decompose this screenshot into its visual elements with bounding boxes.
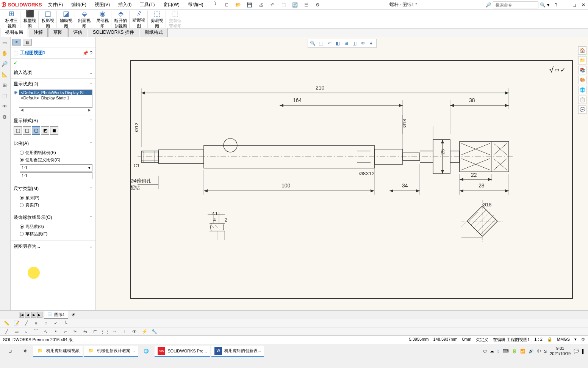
style-hidden-visible-icon[interactable]: ◫	[23, 126, 31, 135]
tab-addins[interactable]: SOLIDWORKS 插件	[88, 28, 139, 37]
section-display-style-header[interactable]: 显示样式(S) ⌃	[14, 117, 92, 125]
sketch-move-icon[interactable]: ↔	[111, 328, 118, 335]
tab-annotation[interactable]: 注解	[29, 28, 48, 37]
task-folder-1[interactable]: 📁机用虎钳建模视频	[33, 346, 83, 357]
sketch-display-icon[interactable]: 👁	[131, 328, 138, 335]
library-icon[interactable]: 📚	[578, 66, 586, 74]
ribbon-detail-view[interactable]: ◉局部视 图	[94, 11, 111, 28]
menu-view[interactable]: 视图(V)	[93, 1, 111, 9]
search-input[interactable]	[493, 2, 538, 8]
edit-scene-icon[interactable]: ●	[368, 40, 375, 47]
status-customize-icon[interactable]: ⚙	[581, 337, 585, 343]
style-wireframe-icon[interactable]: ⬚	[14, 126, 22, 135]
zoom-fit-icon[interactable]: 🔍	[310, 40, 316, 47]
select-icon[interactable]: ⬚	[281, 2, 287, 8]
menu-insert[interactable]: 插入(I)	[117, 1, 133, 9]
zoom-area-icon[interactable]: ⬚	[318, 40, 325, 47]
search-magnify-icon[interactable]: 🔍	[540, 2, 546, 8]
sketch-rect-icon[interactable]: ▭	[13, 328, 20, 335]
previous-view-icon[interactable]: ↶	[326, 40, 333, 47]
ribbon-model-view[interactable]: ⬛模型视 图	[21, 11, 39, 28]
sketch-fillet-icon[interactable]: ⌐	[62, 328, 69, 335]
note-icon[interactable]: 📝	[13, 320, 20, 327]
section-thread-header[interactable]: 装饰螺纹线显示(O) ⌃	[14, 214, 92, 222]
style-shaded-icon[interactable]: ◼	[50, 126, 58, 135]
ribbon-break-view[interactable]: ⫽断裂视 图	[130, 11, 148, 28]
ribbon-alt-position[interactable]: ⬚交替位 置视图	[167, 11, 184, 28]
sketch-trim-icon[interactable]: ✂	[72, 328, 79, 335]
radio-sheet-scale[interactable]: 使用图纸比例(E)	[14, 149, 92, 156]
list-item[interactable]: <Default>_PhotoWorks Display St	[19, 90, 92, 95]
tool-measure-icon[interactable]: 📐	[1, 71, 8, 78]
sketch-point-icon[interactable]: •	[52, 328, 59, 335]
prop-tab-property[interactable]: ▤	[23, 39, 32, 46]
tray-input-icon[interactable]: S	[544, 349, 547, 354]
hide-show-icon[interactable]: 👁	[360, 40, 366, 47]
tab-sheet-format[interactable]: 图纸格式	[140, 28, 168, 37]
sketch-circle-icon[interactable]: ○	[23, 328, 30, 335]
sheet-prev-icon[interactable]: ◀	[25, 312, 30, 318]
ribbon-projected-view[interactable]: ◫投影视 图	[39, 11, 57, 28]
radio-custom-scale[interactable]: 使用自定义比例(C)	[14, 156, 92, 164]
tray-volume-icon[interactable]: 🔊	[529, 349, 534, 354]
view-orient-icon[interactable]: ⊞	[343, 40, 350, 47]
maximize-icon[interactable]: ◻	[571, 2, 577, 8]
tray-battery-icon[interactable]: 🔋	[512, 349, 517, 354]
ribbon-broken-section[interactable]: ⬘断开的 剖视图	[112, 11, 130, 28]
options-icon[interactable]: ☰	[303, 2, 310, 8]
radio-true[interactable]: 真实(T)	[14, 201, 92, 209]
tool-zoom-icon[interactable]: 🔎	[1, 60, 8, 68]
sheet-tab[interactable]: 📄 图纸1	[44, 311, 68, 319]
tab-view-layout[interactable]: 视图布局	[0, 28, 28, 37]
tray-ime-icon[interactable]: 中	[537, 348, 541, 354]
sketch-repair-icon[interactable]: 🔧	[151, 328, 158, 335]
datum-icon[interactable]: └	[62, 320, 69, 327]
custom-props-icon[interactable]: 📋	[578, 96, 586, 104]
tab-sketch[interactable]: 草图	[48, 28, 67, 37]
pin-icon[interactable]: ⤵	[214, 1, 216, 9]
drawing-canvas[interactable]: 🔍 ⬚ ↶ ◧ ⊞ ◫ 👁 ● 🏠 📁 📚 🎨 🌐 📋 💬 √✓	[96, 37, 588, 310]
minimize-icon[interactable]: —	[562, 2, 568, 8]
open-icon[interactable]: 📂	[235, 2, 241, 8]
sketch-pattern-icon[interactable]: ⋮⋮	[102, 328, 108, 335]
sketch-relation-icon[interactable]: ⊥	[121, 328, 128, 335]
pushpin-icon[interactable]: 📌	[83, 50, 88, 56]
tray-wifi-icon[interactable]: 📶	[520, 349, 525, 354]
rebuild-icon[interactable]: 🔄	[292, 2, 298, 8]
lock-icon[interactable]: 🔒	[547, 337, 552, 343]
section-dim-type-header[interactable]: 尺寸类型(M) ⌃	[14, 185, 92, 193]
section-input-header[interactable]: 输入选项 ⌄	[14, 69, 92, 77]
tray-bluetooth-icon[interactable]: ᛒ	[497, 349, 500, 354]
task-chrome[interactable]: 🌐	[139, 346, 153, 357]
tool-filter-icon[interactable]: ⚙	[1, 113, 8, 121]
close-icon[interactable]: ✕	[580, 2, 586, 8]
task-solidworks[interactable]: SWSOLIDWORKS Pre...	[155, 346, 210, 357]
sketch-offset-icon[interactable]: ⊏	[92, 328, 99, 335]
ribbon-crop-view[interactable]: ⬚剪裁视 图	[149, 11, 166, 28]
list-scrollbar[interactable]: ◀▶	[19, 108, 92, 112]
sketch-mirror-icon[interactable]: ⇋	[82, 328, 89, 335]
tray-notification-icon[interactable]: 💬	[574, 349, 579, 354]
display-state-list[interactable]: <Default>_PhotoWorks Display St <Default…	[19, 90, 92, 108]
home-icon[interactable]: 🏠	[578, 46, 586, 55]
tray-keyboard-icon[interactable]: ⌨	[503, 349, 509, 354]
radio-high-quality[interactable]: 高品质(G)	[14, 223, 92, 230]
ribbon-aux-view[interactable]: ◪辅助视 图	[58, 11, 75, 28]
display-style-icon[interactable]: ◫	[351, 40, 358, 47]
menu-edit[interactable]: 编辑(E)	[70, 1, 88, 9]
sheet-last-icon[interactable]: ▶|	[37, 312, 42, 318]
view-palette-icon[interactable]: 🎨	[578, 76, 586, 84]
scale-input[interactable]: 1:1	[20, 172, 92, 179]
style-hidden-removed-icon[interactable]: ▢	[32, 126, 40, 135]
task-folder-2[interactable]: 📁机械创新设计教案 ...	[84, 346, 138, 357]
forum-icon[interactable]: 💬	[578, 105, 586, 114]
list-item[interactable]: <Default>_Display State 1	[19, 95, 92, 101]
help-question-icon[interactable]: ?	[90, 50, 92, 56]
tool-select-icon[interactable]: ▭	[1, 39, 8, 46]
line-style-icon[interactable]: ≡	[33, 320, 39, 327]
undo-icon[interactable]: ↶	[269, 2, 275, 8]
sheet-first-icon[interactable]: |◀	[19, 312, 24, 318]
surface-finish-icon[interactable]: ✓	[52, 320, 59, 327]
add-sheet-icon[interactable]: ☀	[71, 312, 75, 318]
section-icon[interactable]: ◧	[335, 40, 341, 47]
